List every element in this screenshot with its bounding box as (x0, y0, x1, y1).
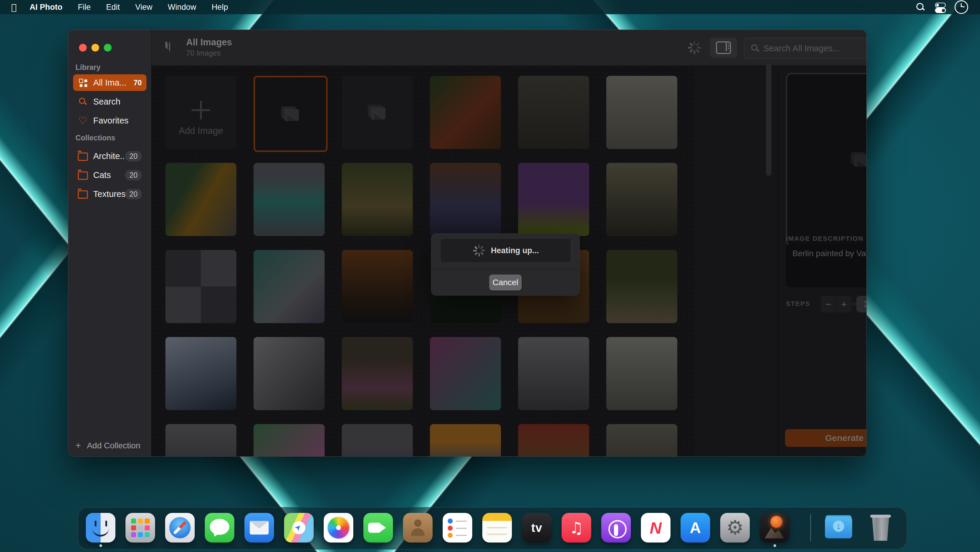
dock-icon-maps[interactable] (284, 513, 313, 542)
add-collection-button[interactable]: + Add Collection (75, 440, 140, 451)
count-badge: 70 (134, 78, 142, 87)
progress-dialog: Heating up... Cancel (431, 233, 580, 295)
dock-icon-news[interactable] (641, 513, 670, 542)
dock-icon-contacts[interactable] (403, 513, 433, 542)
search-icon[interactable] (915, 2, 926, 12)
dock-icon-facetime[interactable] (363, 513, 393, 542)
sidebar-item-search[interactable]: Search (73, 93, 146, 110)
sidebar-item-all-images[interactable]: All Ima...70 (73, 74, 146, 91)
sidebar-item-label: Favorites (93, 116, 146, 126)
dock-icon-trash[interactable] (866, 513, 896, 542)
dock-icon-safari[interactable] (165, 513, 195, 542)
minimize-window-button[interactable] (91, 44, 99, 51)
folder-icon (78, 189, 88, 199)
menu-view[interactable]: View (135, 3, 153, 12)
running-indicator (773, 544, 776, 547)
apple-menu-icon[interactable]:  (11, 2, 17, 13)
dock-icon-notes[interactable] (482, 513, 512, 542)
count-badge: 20 (125, 189, 142, 199)
search-icon (78, 97, 88, 106)
progress-message-box: Heating up... (440, 238, 571, 263)
app-menu-title[interactable]: AI Photo (30, 3, 62, 12)
sidebar-item-label: Search (93, 97, 146, 107)
heart-icon: ♡ (78, 116, 88, 124)
app-window: Library All Ima...70Search♡Favorites Col… (68, 30, 867, 457)
grid-icon (78, 79, 88, 86)
sidebar-item-label: Textures (93, 189, 125, 199)
sidebar-item-label: All Ima... (93, 78, 134, 88)
sidebar-item-favorites[interactable]: ♡Favorites (73, 112, 146, 129)
sidebar: Library All Ima...70Search♡Favorites Col… (68, 30, 151, 456)
collections-header: Collections (75, 134, 115, 142)
close-window-button[interactable] (79, 44, 87, 51)
control-center-icon[interactable] (935, 2, 945, 12)
zoom-window-button[interactable] (104, 44, 111, 51)
sidebar-item-textures[interactable]: Textures20 (73, 186, 146, 202)
dock-icon-podcasts[interactable] (601, 513, 631, 542)
count-badge: 20 (125, 151, 142, 161)
plus-icon: + (75, 440, 81, 451)
folder-icon (78, 152, 88, 161)
dock-icon-appstore[interactable] (681, 513, 710, 542)
folder-icon (78, 170, 88, 180)
sidebar-item-architecture[interactable]: Archite...20 (73, 148, 146, 164)
cancel-button[interactable]: Cancel (489, 274, 522, 290)
menu-edit[interactable]: Edit (106, 3, 120, 12)
sidebar-item-label: Cats (93, 170, 125, 180)
dock-icon-reminders[interactable] (443, 513, 472, 542)
dock-icon-photos[interactable] (324, 513, 353, 542)
dock-icon-mail[interactable] (244, 513, 274, 542)
activity-spinner-icon (473, 244, 485, 257)
sidebar-item-cats[interactable]: Cats20 (73, 167, 146, 183)
dialog-divider (431, 269, 579, 269)
menu-bar:  AI Photo File Edit View Window Help (0, 0, 980, 14)
dock-icon-settings[interactable] (720, 513, 750, 542)
menu-file[interactable]: File (78, 3, 91, 12)
count-badge: 20 (125, 170, 142, 180)
dock-icon-downloads[interactable] (824, 513, 853, 542)
dock-icon-music[interactable] (562, 513, 591, 542)
dock-icon-launchpad[interactable] (126, 513, 155, 542)
dock-icon-tv[interactable] (522, 513, 552, 542)
menu-help[interactable]: Help (212, 3, 228, 12)
add-collection-label: Add Collection (87, 441, 140, 450)
clock-icon[interactable] (955, 0, 968, 14)
sidebar-item-label: Archite... (93, 152, 125, 161)
dock-icon-finder[interactable] (86, 513, 115, 542)
running-indicator (99, 544, 102, 547)
dock-divider (810, 514, 811, 541)
dock-icon-aiphoto[interactable] (760, 513, 789, 542)
dock (78, 507, 907, 550)
menu-window[interactable]: Window (168, 3, 196, 12)
library-header: Library (75, 63, 100, 72)
progress-message: Heating up... (491, 246, 539, 255)
dock-icon-messages[interactable] (205, 513, 234, 542)
